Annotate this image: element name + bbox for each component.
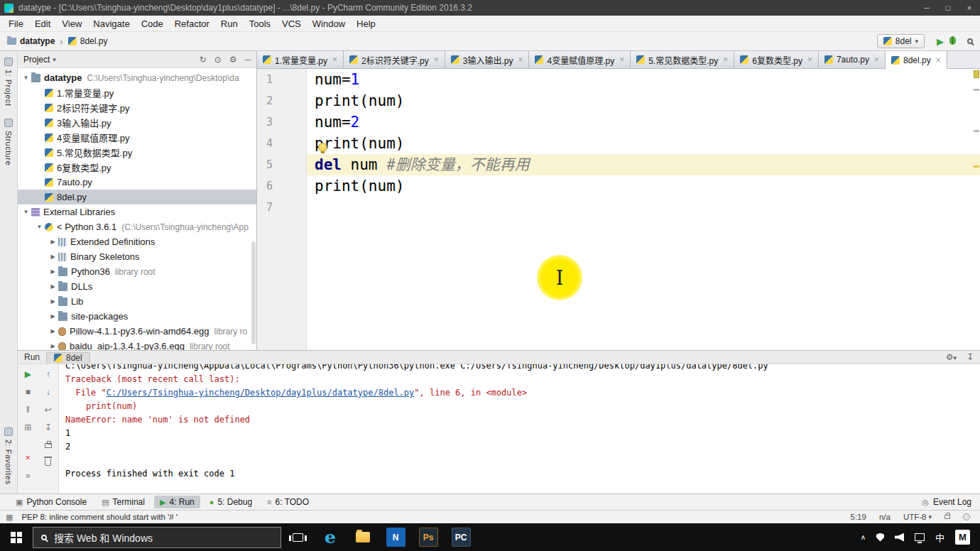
- tool-window-button-console[interactable]: ▣Python Console: [10, 496, 92, 508]
- project-scrollbar[interactable]: [251, 241, 256, 344]
- locate-file-icon[interactable]: ⊙: [214, 55, 222, 65]
- menu-refactor[interactable]: Refactor: [169, 16, 215, 32]
- tray-expand-icon[interactable]: ∧: [861, 533, 866, 541]
- code-editor[interactable]: 1num=12print(num)3num=24print(num)5del n…: [257, 69, 980, 350]
- line-separator-widget[interactable]: n/a: [879, 513, 891, 521]
- chevron-right-icon[interactable]: ▶: [48, 253, 58, 260]
- tree-item[interactable]: 3输入输出.py: [18, 115, 256, 130]
- code-text[interactable]: num=1: [307, 69, 980, 90]
- tool-window-button-favorites[interactable]: 2: Favorites: [0, 421, 16, 491]
- close-tab-icon[interactable]: ×: [434, 55, 439, 65]
- tree-item[interactable]: 2标识符关键字.py: [18, 100, 256, 115]
- stripe-mark[interactable]: [974, 89, 979, 91]
- close-tab-icon[interactable]: ×: [723, 55, 728, 65]
- settings-gear-icon[interactable]: ⚙▾: [946, 352, 957, 362]
- pycharm-taskbar-button[interactable]: PC: [445, 523, 477, 551]
- chevron-right-icon[interactable]: ▶: [48, 343, 58, 349]
- chevron-down-icon[interactable]: ▼: [21, 75, 31, 81]
- error-stripe[interactable]: [973, 69, 980, 350]
- console-file-link[interactable]: C:/Users/Tsinghua-yincheng/Desktop/day1p…: [107, 388, 414, 398]
- run-button[interactable]: ▶: [937, 36, 944, 47]
- close-tab-icon[interactable]: ×: [619, 55, 624, 65]
- menu-vcs[interactable]: VCS: [276, 16, 307, 32]
- tree-item[interactable]: ▶baidu_aip-1.3.4.1-py3.6.egglibrary root: [18, 339, 256, 350]
- up-stack-trace-button[interactable]: ↑: [46, 370, 50, 379]
- pause-output-button[interactable]: ‖: [26, 405, 30, 415]
- minimize-button[interactable]: ─: [916, 0, 937, 16]
- debug-button[interactable]: [949, 36, 956, 47]
- soft-wrap-button[interactable]: ↩: [45, 405, 52, 415]
- close-tab-icon[interactable]: ×: [874, 55, 879, 65]
- stop-button[interactable]: ■: [26, 388, 31, 397]
- hide-panel-icon[interactable]: ↧: [967, 352, 974, 362]
- chevron-right-icon[interactable]: ▶: [48, 283, 58, 290]
- code-text[interactable]: num=2: [307, 111, 980, 133]
- hide-panel-icon[interactable]: ─: [244, 55, 251, 65]
- editor-tab[interactable]: 3输入输出.py×: [445, 51, 530, 68]
- editor-tab[interactable]: 2标识符关键字.py×: [344, 51, 445, 68]
- tree-item[interactable]: ▶site-packages: [18, 309, 256, 324]
- rerun-button[interactable]: ▶: [25, 370, 31, 379]
- code-text[interactable]: print(num): [307, 133, 980, 154]
- security-shield-icon[interactable]: [876, 533, 884, 542]
- stripe-mark[interactable]: [974, 130, 979, 132]
- editor-tab[interactable]: 5.常见数据类型.py×: [631, 51, 734, 68]
- editor-tab[interactable]: 8del.py×: [886, 51, 947, 69]
- menu-help[interactable]: Help: [351, 16, 381, 32]
- refresh-icon[interactable]: ↻: [200, 55, 207, 65]
- tool-window-button-structure[interactable]: Structure: [0, 112, 17, 172]
- tree-item[interactable]: ▼External Libraries: [18, 204, 256, 219]
- file-encoding-widget[interactable]: UTF-8 ▾: [903, 513, 932, 521]
- project-view-selector[interactable]: Project ▾: [23, 55, 56, 65]
- tree-item[interactable]: 8del.py: [18, 190, 256, 204]
- tool-window-button-project[interactable]: 1: Project: [0, 51, 17, 112]
- chevron-right-icon[interactable]: ▶: [48, 313, 58, 320]
- menu-code[interactable]: Code: [136, 16, 169, 32]
- task-view-button[interactable]: [281, 523, 314, 551]
- inspection-status-icon[interactable]: [974, 70, 979, 78]
- edge-button[interactable]: e: [314, 523, 347, 551]
- ime-mode-badge[interactable]: M: [955, 530, 970, 545]
- tool-window-button-terminal[interactable]: ▤Terminal: [96, 496, 151, 508]
- chevron-right-icon[interactable]: ▶: [48, 328, 58, 334]
- down-stack-trace-button[interactable]: ↓: [46, 388, 50, 397]
- code-text[interactable]: del num #删除变量，不能再用: [307, 154, 980, 175]
- tree-item[interactable]: ▶Binary Skeletons: [18, 249, 256, 264]
- tree-item[interactable]: ▼< Python 3.6.1(C:\Users\Tsinghua-yinche…: [18, 219, 256, 234]
- code-text[interactable]: print(num): [307, 175, 980, 197]
- editor-tab[interactable]: 6复数类型.py×: [734, 51, 819, 68]
- tool-window-button-debug[interactable]: ●5: Debug: [204, 496, 258, 508]
- chevron-down-icon[interactable]: ▼: [34, 224, 45, 230]
- chevron-right-icon[interactable]: ▶: [48, 298, 58, 305]
- scroll-to-end-button[interactable]: ↧: [45, 423, 52, 432]
- close-tab-icon[interactable]: ×: [936, 55, 941, 65]
- chevron-down-icon[interactable]: ▼: [21, 209, 31, 215]
- close-button[interactable]: ×: [959, 0, 980, 16]
- event-log-button[interactable]: ◎ Event Log: [922, 497, 980, 507]
- breadcrumb-file[interactable]: 8del.py: [80, 36, 108, 46]
- settings-gear-icon[interactable]: ⚙: [229, 55, 237, 65]
- editor-tab[interactable]: 4变量赋值原理.py×: [529, 51, 631, 68]
- restore-layout-button[interactable]: ⊞: [24, 423, 31, 432]
- menu-file[interactable]: File: [3, 16, 29, 32]
- tree-item[interactable]: ▶DLLs: [18, 279, 256, 294]
- close-tab-icon[interactable]: ×: [332, 55, 337, 65]
- more-actions-icon[interactable]: »: [26, 471, 31, 481]
- stripe-mark-caret[interactable]: [974, 165, 979, 168]
- tree-item[interactable]: ▶Pillow-4.1.1-py3.6-win-amd64.egglibrary…: [18, 324, 256, 339]
- tree-item[interactable]: ▶Python36library root: [18, 264, 256, 279]
- tree-item[interactable]: ▶Lib: [18, 294, 256, 309]
- tree-item[interactable]: 6复数类型.py: [18, 160, 256, 175]
- menu-edit[interactable]: Edit: [29, 16, 56, 32]
- tool-window-button-run[interactable]: ▶4: Run: [154, 496, 200, 508]
- tree-item[interactable]: ▶Extended Definitions: [18, 234, 256, 249]
- tree-item[interactable]: ▼datatypeC:\Users\Tsinghua-yincheng\Desk…: [18, 70, 256, 85]
- app-n-button[interactable]: N: [379, 523, 412, 551]
- tree-item[interactable]: 1.常量变量.py: [18, 85, 256, 100]
- close-run-tab-button[interactable]: ×: [26, 454, 31, 463]
- caret-position-widget[interactable]: 5:19: [850, 513, 866, 521]
- editor-tab[interactable]: 1.常量变量.py×: [257, 51, 344, 68]
- code-view[interactable]: 1num=12print(num)3num=24print(num)5del n…: [257, 69, 980, 350]
- intention-bulb-icon[interactable]: [318, 143, 327, 152]
- menu-navigate[interactable]: Navigate: [87, 16, 135, 32]
